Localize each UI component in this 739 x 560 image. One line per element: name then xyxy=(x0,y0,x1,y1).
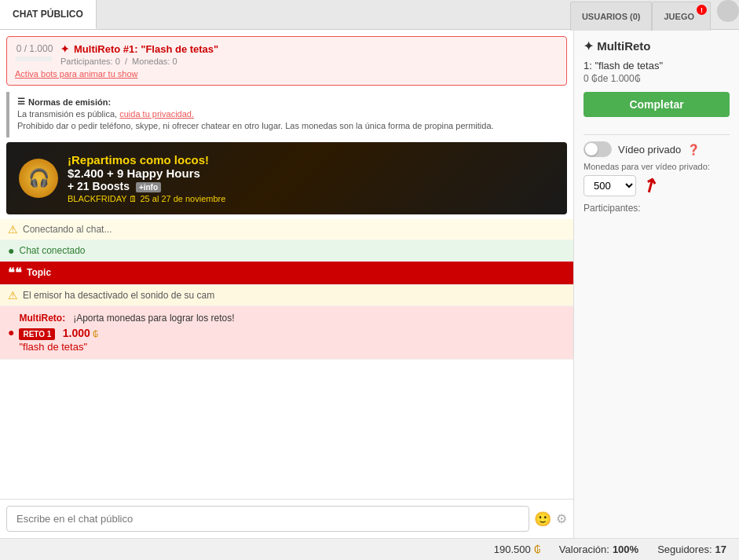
rating: Valoración: 100% xyxy=(559,544,638,555)
list-item: ⚠ Conectando al chat... xyxy=(0,219,573,240)
mr-title: MultiReto #1: "Flash de tetas" xyxy=(74,43,218,55)
status-bar: 190.500 ₲ Valoración: 100% Seguidores: 1… xyxy=(0,538,739,560)
reto-amount: 1.000 xyxy=(63,327,90,339)
mr-counter: 0 / 1.000 xyxy=(15,43,54,54)
mr-msg-icon: ● xyxy=(8,326,14,339)
private-label: Vídeo privado xyxy=(618,144,681,156)
list-item: ● Chat conectado xyxy=(0,240,573,262)
connected-icon: ● xyxy=(8,244,14,257)
settings-button[interactable]: ⚙ xyxy=(556,511,567,526)
balance: 190.500 ₲ xyxy=(494,544,540,555)
main-layout: 0 / 1.000 ✦ MultiReto #1: "Flash de teta… xyxy=(0,30,739,538)
coins-label: Monedas para ver vídeo privado: xyxy=(584,162,730,171)
mr-details: Participantes: 0 / Monedas: 0 xyxy=(60,57,558,66)
heart-icons: ♥ ♥ ♥ xyxy=(56,267,80,278)
private-video-row: Vídeo privado ❓ xyxy=(584,141,730,157)
chat-input-area: 🙂 ⚙ xyxy=(0,499,573,538)
privacy-link[interactable]: cuida tu privacidad. xyxy=(119,109,194,119)
list-item: ⚠ El emisor ha desactivado el sonido de … xyxy=(0,285,573,306)
cam-warning-text: El emisor ha desactivado el sonido de su… xyxy=(23,290,214,301)
boost-tag[interactable]: +info xyxy=(136,182,161,192)
normas-text: La transmisión es pública, cuida tu priv… xyxy=(17,108,559,133)
private-toggle[interactable] xyxy=(584,141,612,157)
rp-subtitle: 1: "flash de tetas" xyxy=(584,60,730,71)
tab-juego[interactable]: JUEGO ! xyxy=(652,2,711,31)
mr-header: ✦ MultiReto #1: "Flash de tetas" xyxy=(60,43,558,55)
normas-title: ☰ Normas de emisión: xyxy=(17,97,559,107)
multireto-content: MultiReto: ¡Aporta monedas para lograr l… xyxy=(19,313,234,353)
right-tabs: USUARIOS (0) JUEGO ! xyxy=(570,0,739,29)
mr-reto-row: RETO 1 1.000 ₲ "flash de tetas" xyxy=(19,327,234,353)
chat-panel: 0 / 1.000 ✦ MultiReto #1: "Flash de teta… xyxy=(0,30,574,538)
balance-coin: ₲ xyxy=(534,544,540,555)
chat-messages: ⚠ Conectando al chat... ● Chat conectado… xyxy=(0,219,573,499)
banner-title: ¡Repartimos como locos! xyxy=(68,153,225,167)
mr-msg-text: ¡Aporta monedas para lograr los retos! xyxy=(73,313,234,324)
mr-msg-prefix: MultiReto: xyxy=(19,313,65,324)
list-item: ❝❝ Topic ♥ ♥ ♥ xyxy=(0,262,573,285)
warning-icon: ⚠ xyxy=(8,223,18,236)
banner-icon: 🎧 xyxy=(19,159,58,198)
topic-label: Topic xyxy=(27,267,51,278)
coins-select[interactable]: 500 100 200 1000 xyxy=(584,175,636,196)
tab-chat[interactable]: CHAT PÚBLICO xyxy=(0,0,97,29)
cam-warning-icon: ⚠ xyxy=(8,289,18,302)
juego-badge: ! xyxy=(697,5,707,15)
connected-text: Chat conectado xyxy=(19,245,85,256)
mr-icon: ✦ xyxy=(60,43,69,55)
divider xyxy=(584,134,730,135)
mr-link[interactable]: Activa bots para animar tu show xyxy=(15,69,558,79)
list-item: ● MultiReto: ¡Aporta monedas para lograr… xyxy=(0,306,573,360)
help-icon[interactable]: ❓ xyxy=(687,144,700,156)
toggle-knob xyxy=(585,143,598,156)
normas-icon: ☰ xyxy=(17,97,25,107)
participants-label: Participantes: xyxy=(584,203,730,214)
banner-amount: $2.400 + 9 Happy Hours xyxy=(68,167,225,180)
reto-name: "flash de tetas" xyxy=(19,341,234,353)
rp-title: ✦ MultiReto xyxy=(584,39,730,53)
rp-progress: 0 ₲de 1.000₲ xyxy=(584,73,730,84)
promo-banner: 🎧 ¡Repartimos como locos! $2.400 + 9 Hap… xyxy=(6,142,567,214)
banner-boost: + 21 Boosts +info xyxy=(68,180,225,192)
arrow-icon: ↗ xyxy=(638,172,662,199)
multireto-notification: 0 / 1.000 ✦ MultiReto #1: "Flash de teta… xyxy=(6,36,567,86)
connecting-text: Conectando al chat... xyxy=(23,224,112,235)
right-panel: ✦ MultiReto 1: "flash de tetas" 0 ₲de 1.… xyxy=(574,30,739,538)
tab-usuarios[interactable]: USUARIOS (0) xyxy=(570,2,653,31)
followers: Seguidores: 17 xyxy=(657,544,726,555)
avatar xyxy=(717,0,739,22)
banner-text: ¡Repartimos como locos! $2.400 + 9 Happy… xyxy=(68,153,225,203)
complete-button[interactable]: Completar xyxy=(584,92,730,117)
emoji-button[interactable]: 🙂 xyxy=(534,511,551,528)
reto-badge: RETO 1 xyxy=(19,328,55,340)
normas-box: ☰ Normas de emisión: La transmisión es p… xyxy=(6,92,567,137)
coins-select-row: 500 100 200 1000 ↗ xyxy=(584,174,730,196)
top-bar: CHAT PÚBLICO USUARIOS (0) JUEGO ! xyxy=(0,0,739,30)
quote-icon: ❝❝ xyxy=(8,265,22,280)
chat-input[interactable] xyxy=(6,506,529,532)
coin-icon: ₲ xyxy=(93,329,98,339)
banner-date: BLACKFRIDAY 🗓 25 al 27 de noviembre xyxy=(68,194,225,203)
